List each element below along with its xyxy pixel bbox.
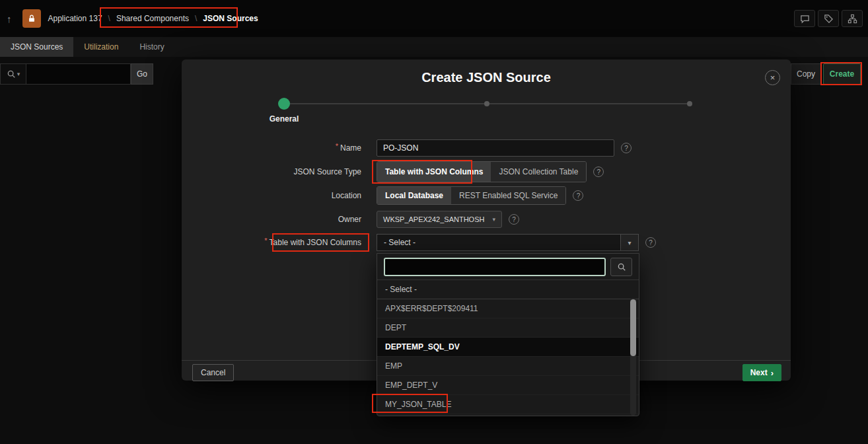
breadcrumb-separator: \ bbox=[195, 14, 197, 23]
location-option-local[interactable]: Local Database bbox=[377, 187, 451, 204]
owner-help-icon[interactable]: ? bbox=[509, 214, 519, 225]
search-icon bbox=[7, 69, 16, 79]
dropdown-search-input[interactable] bbox=[384, 258, 606, 276]
scroll-up-icon[interactable]: ↑ bbox=[7, 13, 12, 24]
page: ↑ Application 137 \ Shared Components \ … bbox=[0, 0, 868, 444]
chevron-down-icon: ▾ bbox=[17, 71, 20, 77]
create-json-source-dialog: Create JSON Source × General *Name ? JSO… bbox=[182, 59, 791, 381]
source-type-option-collection[interactable]: JSON Collection Table bbox=[491, 162, 586, 182]
table-combobox: - Select - ▾ bbox=[377, 234, 639, 251]
breadcrumb: Application 137 \ Shared Components \ JS… bbox=[48, 14, 258, 23]
table-combobox-value[interactable]: - Select - bbox=[377, 234, 621, 251]
search-icon bbox=[617, 262, 626, 272]
field-row-name: *Name ? bbox=[182, 139, 791, 157]
chevron-down-icon: ▾ bbox=[492, 216, 495, 223]
source-type-label: JSON Source Type bbox=[182, 167, 361, 176]
feedback-button[interactable] bbox=[794, 10, 815, 27]
field-row-table: *Table with JSON Columns - Select - ▾ ? bbox=[182, 234, 791, 251]
source-type-group: Table with JSON Columns JSON Collection … bbox=[377, 161, 587, 182]
cancel-button[interactable]: Cancel bbox=[192, 364, 234, 381]
chevron-right-icon: › bbox=[771, 368, 774, 378]
tag-icon bbox=[824, 14, 834, 24]
source-type-option-table[interactable]: Table with JSON Columns bbox=[377, 162, 491, 182]
go-button[interactable]: Go bbox=[131, 63, 153, 85]
dropdown-search-button[interactable] bbox=[610, 258, 632, 276]
breadcrumb-application[interactable]: Application 137 bbox=[48, 14, 102, 23]
dropdown-scrollbar-thumb[interactable] bbox=[630, 299, 636, 356]
dropdown-item-my-json-table[interactable]: MY_JSON_TABLE bbox=[377, 395, 639, 414]
wizard-progress: General bbox=[182, 98, 791, 126]
wizard-step-3 bbox=[687, 101, 692, 106]
shared-components-button[interactable] bbox=[842, 10, 863, 27]
wizard-step-label: General bbox=[254, 114, 314, 124]
field-row-location: Location Local Database REST Enabled SQL… bbox=[182, 186, 791, 205]
source-type-help-icon[interactable]: ? bbox=[593, 166, 604, 177]
dropdown-item[interactable]: DEPT bbox=[377, 318, 639, 338]
wizard-step-2 bbox=[484, 101, 489, 106]
tags-button[interactable] bbox=[818, 10, 839, 27]
dropdown-item-highlighted[interactable]: DEPTEMP_SQL_DV bbox=[377, 338, 639, 357]
dropdown-item[interactable]: EMP_DEPT_V bbox=[377, 376, 639, 395]
owner-value: WKSP_APEX242_SANTHOSH bbox=[383, 215, 484, 223]
breadcrumb-separator: \ bbox=[108, 14, 110, 23]
field-row-owner: Owner WKSP_APEX242_SANTHOSH ▾ ? bbox=[182, 211, 791, 228]
name-label: *Name bbox=[182, 143, 361, 153]
dropdown-item-select[interactable]: - Select - bbox=[377, 280, 639, 299]
location-group: Local Database REST Enabled SQL Service bbox=[377, 186, 566, 205]
dialog-title: Create JSON Source bbox=[182, 70, 791, 85]
close-dialog-button[interactable]: × bbox=[765, 70, 780, 85]
table-help-icon[interactable]: ? bbox=[645, 237, 656, 248]
tab-history[interactable]: History bbox=[129, 37, 174, 57]
breadcrumb-shared-components[interactable]: Shared Components bbox=[116, 14, 189, 23]
location-label: Location bbox=[182, 191, 361, 200]
wizard-step-current bbox=[278, 98, 290, 110]
tab-bar: JSON Sources Utilization History bbox=[0, 37, 868, 57]
search-options-button[interactable]: ▾ bbox=[0, 63, 26, 85]
search-input[interactable] bbox=[26, 63, 131, 85]
comment-icon bbox=[800, 14, 810, 24]
application-icon[interactable] bbox=[22, 9, 41, 28]
name-help-icon[interactable]: ? bbox=[621, 143, 632, 153]
location-option-rest[interactable]: REST Enabled SQL Service bbox=[451, 187, 565, 204]
create-button[interactable]: Create bbox=[823, 63, 861, 85]
owner-select[interactable]: WKSP_APEX242_SANTHOSH ▾ bbox=[377, 211, 502, 228]
header-actions bbox=[794, 10, 863, 27]
lock-icon bbox=[27, 14, 36, 23]
name-input[interactable] bbox=[377, 139, 614, 157]
dropdown-search-row bbox=[377, 254, 639, 280]
dropdown-item[interactable]: EMP bbox=[377, 357, 639, 376]
owner-label: Owner bbox=[182, 215, 361, 224]
tab-utilization[interactable]: Utilization bbox=[73, 37, 129, 57]
tab-json-sources[interactable]: JSON Sources bbox=[0, 37, 73, 57]
table-dropdown-popup: - Select - APX$ERR$DEPT$209411 DEPT DEPT… bbox=[377, 253, 639, 416]
required-marker: * bbox=[336, 142, 338, 150]
search-bar: ▾ Go bbox=[0, 63, 153, 85]
next-button[interactable]: Next › bbox=[742, 364, 781, 381]
top-header: ↑ Application 137 \ Shared Components \ … bbox=[0, 0, 868, 37]
location-help-icon[interactable]: ? bbox=[573, 190, 583, 201]
table-label: *Table with JSON Columns bbox=[182, 238, 361, 247]
field-row-source-type: JSON Source Type Table with JSON Columns… bbox=[182, 162, 791, 182]
dropdown-item[interactable]: APX$ERR$DEPT$209411 bbox=[377, 299, 639, 318]
chevron-down-icon: ▾ bbox=[628, 239, 631, 246]
copy-button[interactable]: Copy bbox=[791, 63, 821, 85]
breadcrumb-json-sources: JSON Sources bbox=[203, 14, 258, 23]
table-combobox-toggle[interactable]: ▾ bbox=[621, 234, 639, 251]
required-marker: * bbox=[264, 237, 267, 244]
sitemap-icon bbox=[848, 14, 857, 24]
